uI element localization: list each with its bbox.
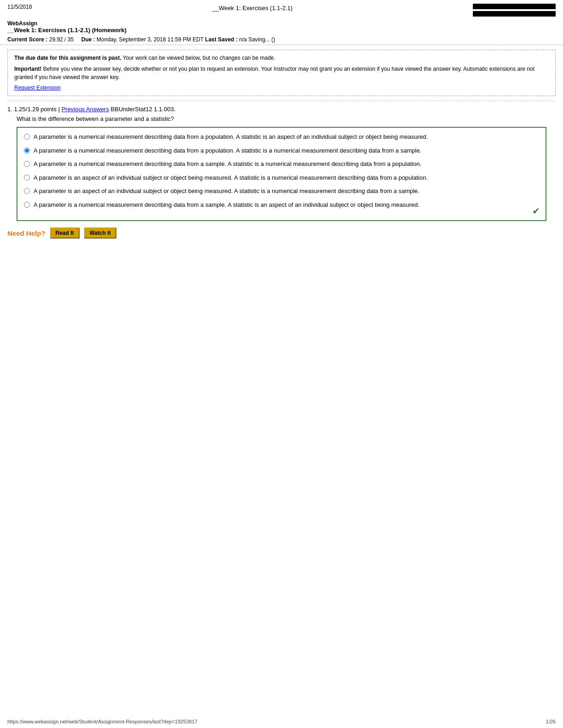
watch-it-button[interactable]: Watch It bbox=[84, 228, 116, 239]
footer-page: 1/26 bbox=[546, 719, 556, 724]
need-help-label: Need Help? bbox=[7, 229, 46, 237]
need-help-section: Need Help? Read It Watch It bbox=[0, 221, 563, 245]
radio-option-1[interactable] bbox=[24, 134, 30, 140]
question-points: 1.25/1.29 points bbox=[14, 106, 57, 113]
past-due-bold: The due date for this assignment is past… bbox=[14, 55, 121, 61]
option-5: A parameter is an aspect of an individua… bbox=[24, 187, 539, 196]
current-score-label: Current Score : bbox=[7, 36, 47, 43]
due-label: Due : bbox=[81, 36, 95, 43]
radio-option-2[interactable] bbox=[24, 148, 30, 154]
request-extension-link[interactable]: Request Extension bbox=[14, 85, 61, 91]
option-1: A parameter is a numerical measurement d… bbox=[24, 132, 539, 142]
read-it-button[interactable]: Read It bbox=[50, 228, 80, 239]
past-due-notice: The due date for this assignment is past… bbox=[14, 55, 549, 61]
option-2-text: A parameter is a numerical measurement d… bbox=[34, 146, 421, 155]
option-3-text: A parameter is a numerical measurement d… bbox=[34, 159, 421, 169]
notice-box: The due date for this assignment is past… bbox=[7, 50, 556, 96]
important-text: Before you view the answer key, decide w… bbox=[14, 66, 534, 80]
last-saved-label: Last Saved : bbox=[205, 36, 238, 43]
radio-option-6[interactable] bbox=[24, 202, 30, 208]
current-score-value: 29.92 / 35 bbox=[49, 36, 74, 43]
correct-checkmark: ✔ bbox=[532, 205, 540, 216]
score-bar: Current Score : 29.92 / 35 Due : Monday,… bbox=[0, 34, 563, 45]
user-bar-1 bbox=[473, 4, 556, 9]
option-2: A parameter is a numerical measurement d… bbox=[24, 146, 539, 155]
past-due-rest: Your work can be viewed below, but no ch… bbox=[123, 55, 276, 61]
footer-url: https://www.webassign.net/web/Student/As… bbox=[7, 719, 197, 724]
option-1-text: A parameter is a numerical measurement d… bbox=[34, 132, 428, 142]
option-6: A parameter is a numerical measurement d… bbox=[24, 200, 539, 210]
option-3: A parameter is a numerical measurement d… bbox=[24, 159, 539, 169]
last-saved-value: n/a Saving... () bbox=[239, 36, 275, 43]
page-title: __Week 1: Exercises (1.1-2.1) bbox=[32, 4, 473, 11]
radio-option-3[interactable] bbox=[24, 161, 30, 167]
question-header: 1. 1.25/1.29 points | Previous Answers B… bbox=[7, 106, 556, 113]
user-info-area bbox=[473, 4, 556, 18]
question-text: What is the difference between a paramet… bbox=[7, 115, 556, 122]
separator: | bbox=[58, 106, 62, 113]
previous-answers-link[interactable]: Previous Answers bbox=[62, 106, 109, 113]
question-section: 1. 1.25/1.29 points | Previous Answers B… bbox=[0, 106, 563, 221]
assignment-title: __Week 1: Exercises (1.1-2.1) (Homework) bbox=[7, 27, 556, 34]
question-number: 1. bbox=[7, 106, 12, 113]
footer: https://www.webassign.net/web/Student/As… bbox=[7, 719, 556, 724]
option-5-text: A parameter is an aspect of an individua… bbox=[34, 187, 419, 196]
option-6-text: A parameter is a numerical measurement d… bbox=[34, 200, 419, 210]
radio-option-4[interactable] bbox=[24, 175, 30, 181]
date-label: 11/5/2018 bbox=[7, 4, 32, 10]
radio-option-5[interactable] bbox=[24, 188, 30, 194]
section-divider bbox=[7, 101, 556, 101]
answer-box: A parameter is a numerical measurement d… bbox=[17, 127, 546, 221]
important-bold: Important! bbox=[14, 66, 41, 72]
webassign-label: WebAssign bbox=[7, 20, 556, 27]
user-bar-2 bbox=[473, 11, 556, 17]
important-notice: Important! Before you view the answer ke… bbox=[14, 65, 549, 81]
option-4: A parameter is an aspect of an individua… bbox=[24, 173, 539, 182]
question-source: BBUnderStat12 1.1.003. bbox=[111, 106, 176, 113]
due-value: Monday, September 3, 2018 11:59 PM EDT bbox=[97, 36, 203, 43]
option-4-text: A parameter is an aspect of an individua… bbox=[34, 173, 428, 182]
